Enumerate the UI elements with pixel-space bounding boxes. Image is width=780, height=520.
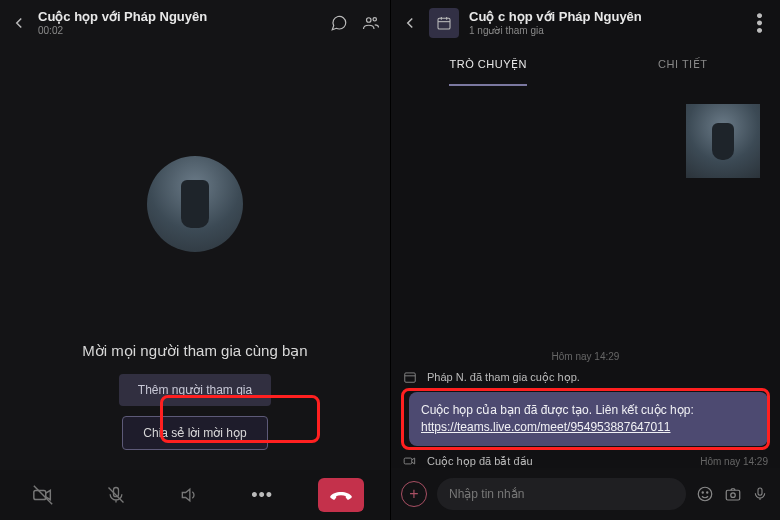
tab-chat[interactable]: TRÒ CHUYỆN	[391, 46, 586, 86]
hangup-button[interactable]	[318, 478, 364, 512]
calendar-small-icon	[403, 370, 419, 384]
started-timestamp: Hôm nay 14:29	[700, 456, 768, 467]
calendar-icon	[429, 8, 459, 38]
overflow-menu[interactable]: •••	[749, 12, 770, 34]
chat-topbar: Cuộ c họp với Pháp Nguyên 1 người tham g…	[391, 0, 780, 46]
camera-icon[interactable]	[724, 485, 742, 503]
tab-details[interactable]: CHI TIẾT	[586, 46, 781, 86]
svg-rect-12	[404, 458, 412, 464]
add-attachment-button[interactable]: +	[401, 481, 427, 507]
svg-line-3	[33, 486, 51, 504]
more-options[interactable]: •••	[245, 478, 279, 512]
participant-avatar	[147, 156, 243, 252]
chat-title: Cuộ c họp với Pháp Nguyên	[469, 10, 738, 24]
day-divider: Hôm nay 14:29	[403, 351, 768, 362]
call-topbar: Cuộc họp với Pháp Nguyên 00:02	[0, 0, 390, 46]
svg-rect-16	[726, 490, 740, 500]
chat-message-list: Hôm nay 14:29 Pháp N. đã tham gia cuộc h…	[391, 180, 780, 468]
participant-count: 1 người tham gia	[469, 25, 738, 36]
join-event-text: Pháp N. đã tham gia cuộc họp.	[427, 371, 768, 384]
system-started-event: Cuộc họp đã bắt đầu Hôm nay 14:29	[403, 454, 768, 468]
svg-point-15	[707, 492, 708, 493]
emoji-icon[interactable]	[696, 485, 714, 503]
chat-icon[interactable]	[330, 14, 348, 32]
invite-prompt: Mời mọi người tham gia cùng bạn	[0, 342, 390, 360]
invite-buttons: Thêm người tham gia Chia sẻ lời mời họp	[0, 374, 390, 450]
call-timer: 00:02	[38, 25, 320, 36]
back-button[interactable]	[401, 14, 419, 32]
message-input[interactable]: Nhập tin nhắn	[437, 478, 686, 510]
system-join-event: Pháp N. đã tham gia cuộc họp.	[403, 370, 768, 384]
mic-icon[interactable]	[752, 485, 770, 503]
video-small-icon	[403, 454, 419, 468]
svg-point-1	[373, 18, 376, 21]
chat-tabs: TRÒ CHUYỆN CHI TIẾT	[391, 46, 780, 86]
started-text: Cuộc họp đã bắt đầu	[427, 455, 692, 468]
participant-video-thumb[interactable]	[686, 104, 760, 178]
meeting-link[interactable]: https://teams.live.com/meet/954953887647…	[421, 420, 671, 434]
camera-toggle[interactable]	[26, 478, 60, 512]
compose-bar: + Nhập tin nhắn	[391, 468, 780, 520]
meeting-call-screen: Cuộc họp với Pháp Nguyên 00:02 Mời mọi n…	[0, 0, 390, 520]
meeting-created-message[interactable]: Cuộc họp của bạn đã được tạo. Liên kết c…	[409, 392, 768, 446]
share-invite-button[interactable]: Chia sẻ lời mời họp	[122, 416, 267, 450]
svg-point-13	[698, 487, 712, 501]
svg-rect-6	[438, 18, 450, 29]
add-people-button[interactable]: Thêm người tham gia	[119, 374, 271, 406]
svg-point-0	[367, 18, 372, 23]
speaker-toggle[interactable]	[172, 478, 206, 512]
call-title: Cuộc họp với Pháp Nguyên	[38, 10, 320, 24]
svg-rect-10	[405, 373, 416, 382]
back-button[interactable]	[10, 14, 28, 32]
meeting-created-text: Cuộc họp của bạn đã được tạo. Liên kết c…	[421, 403, 694, 417]
call-controls: •••	[0, 470, 390, 520]
mic-toggle[interactable]	[99, 478, 133, 512]
svg-point-17	[731, 493, 736, 498]
meeting-chat-screen: Cuộ c họp với Pháp Nguyên 1 người tham g…	[390, 0, 780, 520]
svg-rect-18	[758, 488, 762, 495]
svg-point-14	[702, 492, 703, 493]
people-icon[interactable]	[362, 14, 380, 32]
